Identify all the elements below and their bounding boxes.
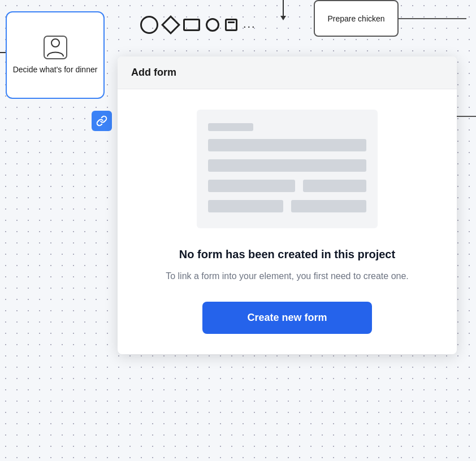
modal-body: No form has been created in this project… — [118, 89, 457, 354]
form-illustration — [197, 110, 378, 228]
chicken-node-label: Prepare chicken — [327, 14, 384, 23]
modal-header: Add form — [118, 56, 457, 89]
task-icon[interactable] — [225, 19, 237, 33]
illustration-row-short — [208, 123, 253, 131]
illustration-row-split-2 — [208, 200, 366, 212]
line-top-right — [399, 18, 466, 19]
illustration-row-half-1 — [303, 180, 366, 192]
more-icons[interactable]: ··· — [243, 20, 256, 33]
person-icon — [43, 35, 68, 60]
link-icon-button[interactable] — [92, 111, 112, 131]
illustration-row-full-2 — [208, 159, 366, 172]
illustration-row-full-1 — [208, 139, 366, 151]
add-form-modal: Add form No form has been created in thi… — [118, 56, 457, 354]
illustration-row-split-1 — [208, 180, 366, 192]
modal-title: Add form — [131, 67, 443, 79]
diamond-icon[interactable] — [164, 18, 178, 34]
create-new-form-button[interactable]: Create new form — [202, 302, 372, 334]
svg-point-1 — [51, 39, 59, 47]
illustration-row-half-3 — [291, 200, 366, 212]
no-form-desc: To link a form into your element, you fi… — [166, 269, 409, 284]
rect-icon[interactable] — [183, 19, 200, 33]
arrow-to-chicken — [283, 0, 284, 17]
illustration-row-half-2 — [208, 200, 283, 212]
bpmn-node-decide[interactable]: Decide what's for dinner — [6, 11, 105, 99]
bpmn-node-chicken[interactable]: Prepare chicken — [314, 0, 399, 37]
circle-icon[interactable] — [140, 16, 158, 36]
arrow-to-chicken-head — [280, 16, 286, 20]
decide-node-label: Decide what's for dinner — [13, 64, 98, 75]
no-form-title: No form has been created in this project — [179, 246, 395, 262]
toolbar-icons-area: ··· — [140, 16, 256, 36]
illustration-row-medium — [208, 180, 295, 192]
circle-sm-icon[interactable] — [206, 18, 219, 34]
